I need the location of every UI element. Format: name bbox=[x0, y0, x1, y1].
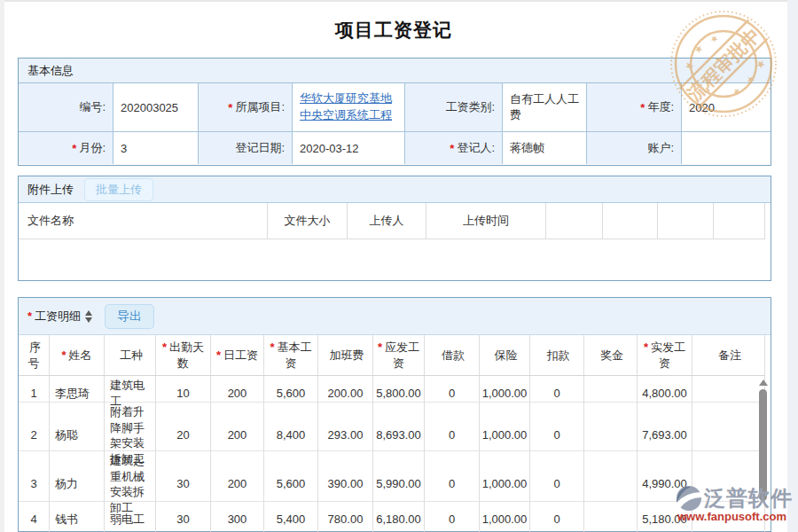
attachments-title: 附件上传 bbox=[27, 182, 74, 198]
salary-table-header-row: 序号 *姓名 工种 *出勤天数 *日工资 *基本工资 加班费 *应发工资 借款 … bbox=[19, 335, 765, 376]
table-cell: 30 bbox=[156, 502, 211, 532]
table-cell: 300 bbox=[211, 502, 264, 532]
salary-detail-panel: * 工资明细 导出 序号 *姓名 工种 *出勤天数 *日工资 *基本工资 加班费… bbox=[18, 297, 771, 532]
col-empty bbox=[658, 203, 714, 239]
table-cell: 钱书 bbox=[50, 502, 105, 532]
sort-spinner[interactable] bbox=[85, 310, 92, 323]
export-button[interactable]: 导出 bbox=[105, 304, 154, 329]
salary-table: 序号 *姓名 工种 *出勤天数 *日工资 *基本工资 加班费 *应发工资 借款 … bbox=[19, 335, 771, 532]
page-left-border bbox=[0, 0, 4, 532]
year-label: * 年度: bbox=[587, 83, 682, 132]
table-cell: 5,400 bbox=[264, 502, 318, 532]
col-base-salary: *基本工资 bbox=[264, 335, 318, 375]
page-top-border bbox=[0, 0, 798, 2]
register-date-label: 登记日期: bbox=[199, 132, 293, 164]
col-empty bbox=[546, 203, 603, 239]
table-row: 2 杨聪 附着升降脚手架安装拆卸工 20 200 8,400 293.00 8,… bbox=[19, 403, 765, 451]
col-empty bbox=[714, 203, 765, 239]
table-cell: 4 bbox=[19, 502, 50, 532]
basic-info-panel: 基本信息 编号: 202003025 * 所属项目: 华软大厦研究基地中央空调系… bbox=[18, 58, 771, 166]
register-date-value: 2020-03-12 bbox=[293, 132, 405, 164]
basic-info-header: 基本信息 bbox=[19, 59, 771, 83]
col-gross-pay: *应发工资 bbox=[373, 335, 425, 375]
basic-info-title: 基本信息 bbox=[27, 63, 74, 79]
col-bonus: 奖金 bbox=[584, 335, 638, 375]
salary-type-label: 工资类别: bbox=[405, 83, 503, 132]
salary-detail-title: 工资明细 bbox=[35, 309, 81, 325]
page-title: 项目工资登记 bbox=[18, 18, 770, 43]
project-value-cell: 华软大厦研究基地中央空调系统工程 bbox=[293, 83, 405, 132]
table-row: 4 钱书 弱电工 30 300 5,400 780.00 6,180.00 0 … bbox=[19, 502, 765, 532]
col-empty bbox=[603, 203, 658, 239]
salary-type-value: 自有工人人工费 bbox=[503, 83, 587, 132]
col-deduction: 扣款 bbox=[530, 335, 584, 375]
brand-logo-icon bbox=[676, 485, 702, 512]
table-cell: 780.00 bbox=[318, 502, 373, 532]
table-cell: 弱电工 bbox=[105, 502, 156, 532]
table-cell: 0 bbox=[425, 502, 480, 532]
batch-upload-button[interactable]: 批量上传 bbox=[84, 178, 153, 201]
brand-url: www.fanpusoft.com bbox=[677, 510, 786, 523]
col-daily-wage: *日工资 bbox=[211, 335, 264, 375]
account-label: 账户: bbox=[587, 132, 682, 164]
basic-info-grid: 编号: 202003025 * 所属项目: 华软大厦研究基地中央空调系统工程 工… bbox=[19, 83, 771, 164]
col-file-size: 文件大小 bbox=[268, 203, 348, 239]
attachments-empty-body bbox=[19, 239, 771, 280]
attachments-header: 附件上传 批量上传 bbox=[19, 176, 771, 203]
col-attendance-days: *出勤天数 bbox=[156, 335, 211, 375]
attachments-panel: 附件上传 批量上传 文件名称 文件大小 上传人 上传时间 bbox=[18, 176, 771, 281]
table-row: 1 李思琦 建筑电工 10 200 5,600 200.00 5,800.00 … bbox=[19, 376, 765, 403]
table-cell bbox=[584, 502, 638, 532]
registrant-value: 蒋德帧 bbox=[503, 132, 587, 164]
col-insurance: 保险 bbox=[480, 335, 530, 375]
spinner-up-icon[interactable] bbox=[85, 310, 92, 316]
col-name: *姓名 bbox=[50, 335, 105, 375]
col-upload-time: 上传时间 bbox=[426, 203, 546, 239]
col-seq: 序号 bbox=[19, 335, 50, 375]
col-file-name: 文件名称 bbox=[19, 203, 268, 239]
number-value: 202003025 bbox=[113, 83, 199, 132]
table-cell: 0 bbox=[530, 502, 584, 532]
month-label: * 月份: bbox=[19, 132, 113, 164]
number-label: 编号: bbox=[19, 83, 113, 132]
table-cell: 6,180.00 bbox=[373, 502, 425, 532]
col-overtime-pay: 加班费 bbox=[318, 335, 373, 375]
project-label: * 所属项目: bbox=[199, 83, 293, 132]
col-remark: 备注 bbox=[692, 335, 765, 375]
col-job-type: 工种 bbox=[105, 335, 156, 375]
salary-detail-header: * 工资明细 导出 bbox=[19, 298, 771, 335]
col-loan: 借款 bbox=[425, 335, 480, 375]
account-value bbox=[682, 132, 771, 164]
col-uploader: 上传人 bbox=[348, 203, 426, 239]
registrant-label: * 登记人: bbox=[405, 132, 503, 164]
table-cell: 1,000.00 bbox=[480, 502, 530, 532]
spinner-down-icon[interactable] bbox=[85, 317, 92, 323]
brand-name: 泛普软件 bbox=[704, 484, 793, 512]
year-value: 2020 bbox=[682, 83, 771, 132]
scrollbar-up-icon[interactable] bbox=[759, 379, 768, 386]
project-link[interactable]: 华软大厦研究基地中央空调系统工程 bbox=[300, 90, 401, 124]
brand-watermark: 泛普软件 www.fanpusoft.com bbox=[676, 484, 794, 528]
table-row: 3 杨力 建筑起重机械安装拆卸工 30 200 5,600 390.00 5,9… bbox=[19, 451, 765, 502]
attachments-table-header: 文件名称 文件大小 上传人 上传时间 bbox=[19, 203, 765, 239]
col-net-pay: *实发工资 bbox=[638, 335, 692, 375]
month-value: 3 bbox=[113, 132, 199, 164]
stamp-star-icon: ★ bbox=[692, 42, 706, 56]
page-right-margin bbox=[787, 0, 798, 532]
